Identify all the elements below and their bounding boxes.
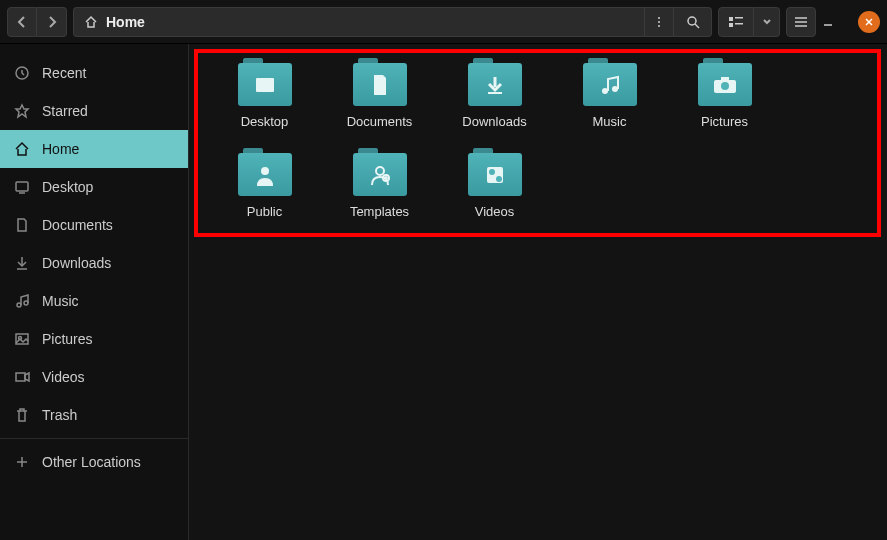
folder-item[interactable]: Documents bbox=[322, 58, 437, 148]
view-dropdown-button[interactable] bbox=[754, 7, 780, 37]
right-controls bbox=[718, 7, 880, 37]
desktop-icon bbox=[14, 179, 30, 195]
folder-icon bbox=[353, 58, 407, 106]
toolbar: Home bbox=[0, 0, 887, 44]
trash-icon bbox=[14, 407, 30, 423]
folder-label: Videos bbox=[475, 204, 515, 219]
svg-line-4 bbox=[695, 24, 699, 28]
svg-point-37 bbox=[261, 167, 269, 175]
video-icon bbox=[484, 164, 506, 186]
document-icon bbox=[371, 74, 389, 96]
folder-icon bbox=[238, 148, 292, 196]
folder-label: Pictures bbox=[701, 114, 748, 129]
path-menu-button[interactable] bbox=[644, 7, 674, 37]
folder-label: Downloads bbox=[462, 114, 526, 129]
sidebar-label: Desktop bbox=[42, 179, 93, 195]
folder-item[interactable]: Pictures bbox=[667, 58, 782, 148]
nav-buttons bbox=[7, 7, 67, 37]
sidebar-label: Music bbox=[42, 293, 79, 309]
path-segment-home[interactable]: Home bbox=[73, 7, 644, 37]
window-body: Recent Starred Home Desktop Documents Do… bbox=[0, 44, 887, 540]
svg-rect-36 bbox=[721, 77, 729, 81]
svg-rect-29 bbox=[256, 78, 274, 92]
minimize-icon bbox=[822, 16, 834, 28]
sidebar-label: Pictures bbox=[42, 331, 93, 347]
svg-rect-5 bbox=[729, 17, 733, 21]
hamburger-menu-button[interactable] bbox=[786, 7, 816, 37]
folder-item[interactable]: Downloads bbox=[437, 58, 552, 148]
forward-button[interactable] bbox=[37, 7, 67, 37]
sidebar-label: Other Locations bbox=[42, 454, 141, 470]
more-icon bbox=[654, 15, 664, 29]
folder-label: Music bbox=[593, 114, 627, 129]
list-icon bbox=[728, 16, 744, 28]
path-bar: Home bbox=[73, 7, 712, 37]
sidebar-item-documents[interactable]: Documents bbox=[0, 206, 188, 244]
sidebar-label: Trash bbox=[42, 407, 77, 423]
folder-item[interactable]: Templates bbox=[322, 148, 437, 238]
sidebar-label: Downloads bbox=[42, 255, 111, 271]
back-button[interactable] bbox=[7, 7, 37, 37]
svg-rect-25 bbox=[16, 373, 25, 381]
svg-marker-26 bbox=[25, 373, 29, 381]
document-icon bbox=[14, 217, 30, 233]
svg-point-0 bbox=[658, 17, 660, 19]
folder-label: Desktop bbox=[241, 114, 289, 129]
music-icon bbox=[599, 74, 621, 96]
download-icon bbox=[14, 255, 30, 271]
sidebar-separator bbox=[0, 438, 188, 439]
svg-point-2 bbox=[658, 25, 660, 27]
sidebar-item-starred[interactable]: Starred bbox=[0, 92, 188, 130]
svg-point-1 bbox=[658, 21, 660, 23]
sidebar-item-music[interactable]: Music bbox=[0, 282, 188, 320]
person-icon bbox=[255, 164, 275, 186]
templates-icon bbox=[369, 164, 391, 186]
folder-item[interactable]: Videos bbox=[437, 148, 552, 238]
chevron-down-icon bbox=[763, 19, 771, 25]
sidebar-label: Recent bbox=[42, 65, 86, 81]
folder-item[interactable]: Music bbox=[552, 58, 667, 148]
sidebar-label: Starred bbox=[42, 103, 88, 119]
sidebar-item-pictures[interactable]: Pictures bbox=[0, 320, 188, 358]
home-icon bbox=[14, 141, 30, 157]
svg-rect-17 bbox=[16, 182, 28, 191]
folder-item[interactable]: Public bbox=[207, 148, 322, 238]
sidebar-label: Videos bbox=[42, 369, 85, 385]
content-area[interactable]: DesktopDocumentsDownloadsMusicPicturesPu… bbox=[188, 44, 887, 540]
view-switcher bbox=[718, 7, 780, 37]
svg-rect-8 bbox=[735, 23, 743, 25]
svg-point-35 bbox=[721, 82, 729, 90]
svg-point-38 bbox=[376, 167, 384, 175]
folder-icon bbox=[353, 148, 407, 196]
folder-icon bbox=[698, 58, 752, 106]
sidebar-item-recent[interactable]: Recent bbox=[0, 54, 188, 92]
desktop-icon bbox=[254, 76, 276, 94]
list-view-button[interactable] bbox=[718, 7, 754, 37]
plus-icon bbox=[14, 454, 30, 470]
folder-icon bbox=[238, 58, 292, 106]
folder-item[interactable]: Desktop bbox=[207, 58, 322, 148]
folder-grid: DesktopDocumentsDownloadsMusicPicturesPu… bbox=[189, 44, 887, 238]
svg-rect-6 bbox=[735, 17, 743, 19]
folder-label: Documents bbox=[347, 114, 413, 129]
hamburger-icon bbox=[794, 16, 808, 28]
minimize-button[interactable] bbox=[822, 16, 846, 28]
download-icon bbox=[485, 75, 505, 95]
search-icon bbox=[686, 15, 700, 29]
sidebar-item-videos[interactable]: Videos bbox=[0, 358, 188, 396]
folder-label: Templates bbox=[350, 204, 409, 219]
sidebar-item-desktop[interactable]: Desktop bbox=[0, 168, 188, 206]
clock-icon bbox=[14, 65, 30, 81]
sidebar-item-downloads[interactable]: Downloads bbox=[0, 244, 188, 282]
path-label: Home bbox=[106, 14, 145, 30]
svg-marker-16 bbox=[16, 105, 28, 117]
star-icon bbox=[14, 103, 30, 119]
svg-point-3 bbox=[688, 17, 696, 25]
sidebar-item-other-locations[interactable]: Other Locations bbox=[0, 443, 188, 481]
search-button[interactable] bbox=[674, 7, 712, 37]
sidebar-item-trash[interactable]: Trash bbox=[0, 396, 188, 434]
videos-icon bbox=[14, 369, 30, 385]
sidebar-item-home[interactable]: Home bbox=[0, 130, 188, 168]
sidebar: Recent Starred Home Desktop Documents Do… bbox=[0, 44, 188, 540]
close-button[interactable] bbox=[858, 11, 880, 33]
